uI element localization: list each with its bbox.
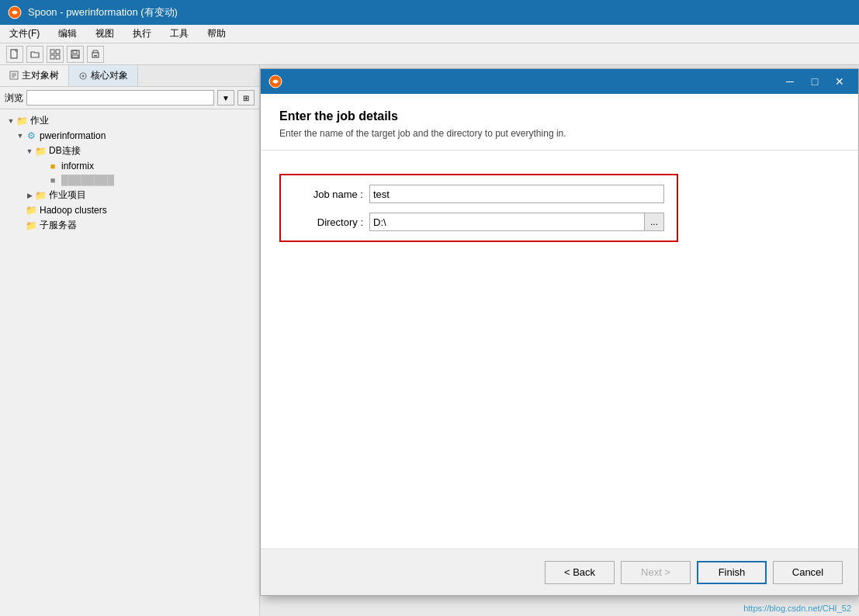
main-tree-icon xyxy=(9,71,19,80)
job-name-label: Job name : xyxy=(293,189,363,200)
search-label: 浏览 xyxy=(5,92,23,105)
dialog-heading: Enter the job details xyxy=(279,109,840,123)
tree-item-dbconn[interactable]: ▼ 📁 DB连接 xyxy=(0,143,259,159)
core-objects-icon xyxy=(78,71,88,81)
folder-icon-job: 📁 xyxy=(16,116,28,126)
spacer-subserver: ▶ xyxy=(16,221,25,230)
dialog-body: Enter the job details Enter the name of … xyxy=(261,94,858,595)
expand-arrow-job[interactable]: ▼ xyxy=(6,116,16,126)
spacer-hadoop: ▶ xyxy=(16,206,25,215)
dialog-minimize-btn[interactable]: ─ xyxy=(779,72,801,91)
tree-item-jobitem[interactable]: ▶ 📁 作业项目 xyxy=(0,187,259,203)
form-highlight-box: Job name : Directory : ... xyxy=(279,174,678,242)
svg-rect-2 xyxy=(16,50,17,51)
folder-icon-dbconn: 📁 xyxy=(34,146,47,157)
directory-label: Directory : xyxy=(293,216,363,228)
spacer-gray: ▶ xyxy=(37,175,47,185)
menu-file[interactable]: 文件(F) xyxy=(6,26,43,41)
tree-item-subserver[interactable]: ▶ 📁 子服务器 xyxy=(0,217,259,234)
dialog: ─ □ ✕ Enter the job details Enter the na… xyxy=(260,68,859,596)
dialog-controls: ─ □ ✕ xyxy=(779,72,850,91)
dialog-subtitle: Enter the name of the target job and the… xyxy=(279,128,840,139)
next-button[interactable]: Next > xyxy=(621,561,691,584)
tree-label-pwerinformation: pwerinformation xyxy=(40,130,106,141)
sidebar-tabs: 主对象树 核心对象 xyxy=(0,65,259,87)
toolbar-new-btn[interactable] xyxy=(6,46,23,63)
tree-label-job: 作业 xyxy=(30,114,49,127)
tab-main-tree[interactable]: 主对象树 xyxy=(0,65,69,86)
job-name-input[interactable] xyxy=(369,185,664,203)
cancel-button[interactable]: Cancel xyxy=(773,561,843,584)
watermark: https://blog.csdn.net/CHI_52 xyxy=(743,604,851,613)
tree-item-hadoop[interactable]: ▶ 📁 Hadoop clusters xyxy=(0,203,259,217)
folder-icon-hadoop: 📁 xyxy=(25,205,37,216)
tree-item-gray[interactable]: ▶ ■ ████████ xyxy=(0,173,259,187)
expand-arrow-pwerinformation[interactable]: ▼ xyxy=(16,131,25,140)
svg-rect-11 xyxy=(94,55,97,57)
dialog-close-btn[interactable]: ✕ xyxy=(829,72,850,91)
dialog-maximize-btn[interactable]: □ xyxy=(804,72,826,91)
folder-icon-jobitem: 📁 xyxy=(34,190,47,201)
directory-row: Directory : ... xyxy=(293,213,664,231)
dialog-footer: < Back Next > Finish Cancel xyxy=(261,549,858,595)
svg-point-17 xyxy=(82,74,85,77)
sidebar: 主对象树 核心对象 浏览 ▼ ⊞ ▼ 📁 xyxy=(0,65,260,616)
menu-run[interactable]: 执行 xyxy=(130,26,154,41)
tab-core-objects-label: 核心对象 xyxy=(91,69,128,82)
menu-tools[interactable]: 工具 xyxy=(167,26,192,41)
tree-label-gray: ████████ xyxy=(61,175,114,185)
tree-label-jobitem: 作业项目 xyxy=(49,189,86,202)
expand-arrow-jobitem[interactable]: ▶ xyxy=(25,191,34,200)
app-icon xyxy=(8,5,22,19)
search-row: 浏览 ▼ ⊞ xyxy=(0,87,259,109)
menu-help[interactable]: 帮助 xyxy=(204,26,229,41)
back-button[interactable]: < Back xyxy=(545,561,615,584)
tab-main-tree-label: 主对象树 xyxy=(22,69,59,82)
tree-container: ▼ 📁 作业 ▼ ⚙ pwerinformation ▼ 📁 DB连接 xyxy=(0,109,259,616)
dialog-title-icon xyxy=(268,74,282,88)
menu-view[interactable]: 视图 xyxy=(92,26,117,41)
dialog-form-area: Job name : Directory : ... xyxy=(261,151,858,549)
directory-input-row: ... xyxy=(369,213,664,231)
file-icon-gray: ■ xyxy=(47,175,59,185)
svg-rect-6 xyxy=(56,55,60,59)
tree-item-informix[interactable]: ▶ ■ informix xyxy=(0,159,259,173)
tree-item-pwerinformation[interactable]: ▼ ⚙ pwerinformation xyxy=(0,129,259,143)
svg-rect-4 xyxy=(56,50,60,54)
tree-label-informix: informix xyxy=(61,161,94,171)
menu-bar: 文件(F) 编辑 视图 执行 工具 帮助 xyxy=(0,25,859,43)
tab-core-objects[interactable]: 核心对象 xyxy=(69,65,138,86)
tree-label-subserver: 子服务器 xyxy=(40,219,77,232)
dialog-title-bar: ─ □ ✕ xyxy=(261,69,858,94)
tree-label-hadoop: Hadoop clusters xyxy=(40,205,107,216)
tree-label-dbconn: DB连接 xyxy=(49,144,81,157)
menu-edit[interactable]: 编辑 xyxy=(55,26,80,41)
toolbar-open-btn[interactable] xyxy=(26,46,43,63)
expand-arrow-dbconn[interactable]: ▼ xyxy=(25,147,34,156)
tree-item-job[interactable]: ▼ 📁 作业 xyxy=(0,112,259,129)
search-input[interactable] xyxy=(26,90,214,106)
search-options-button[interactable]: ⊞ xyxy=(237,90,255,106)
folder-icon-subserver: 📁 xyxy=(25,220,37,231)
job-name-row: Job name : xyxy=(293,185,664,203)
app-title: Spoon - pwerinformation (有变动) xyxy=(28,5,178,19)
finish-button[interactable]: Finish xyxy=(697,561,767,584)
toolbar xyxy=(0,43,859,65)
search-button[interactable]: ▼ xyxy=(217,90,234,106)
toolbar-print-btn[interactable] xyxy=(87,46,104,63)
spacer-informix: ▶ xyxy=(37,161,47,171)
file-icon-informix: ■ xyxy=(47,161,59,171)
svg-rect-3 xyxy=(50,50,54,54)
gear-icon-pwerinformation: ⚙ xyxy=(25,130,37,141)
svg-rect-5 xyxy=(50,55,54,59)
svg-rect-9 xyxy=(72,55,78,57)
directory-browse-btn[interactable]: ... xyxy=(644,213,664,231)
toolbar-save-btn[interactable] xyxy=(67,46,84,63)
toolbar-grid-btn[interactable] xyxy=(47,46,64,63)
title-bar: Spoon - pwerinformation (有变动) xyxy=(0,0,859,25)
directory-input[interactable] xyxy=(369,213,644,231)
dialog-header: Enter the job details Enter the name of … xyxy=(261,94,858,151)
